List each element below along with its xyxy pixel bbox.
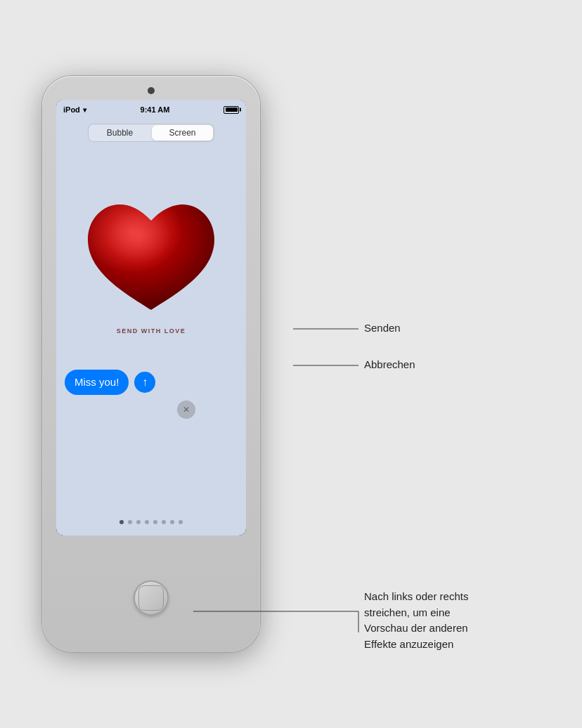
send-arrow-icon: ↑ [142,377,148,388]
send-button[interactable]: ↑ [134,372,155,393]
home-button-area [134,544,169,652]
annotation-abbrechen: Abbrechen [364,357,415,372]
wifi-icon: ▾ [83,106,86,114]
screen: iPod ▾ 9:41 AM Bubble [56,100,246,535]
dot-1 [119,520,124,524]
home-button[interactable] [134,580,169,616]
bubble-row: Miss you! ↑ [65,370,155,395]
tab-screen[interactable]: Screen [152,125,213,141]
dot-8 [179,520,183,524]
status-left: iPod ▾ [63,105,86,114]
annotation-senden: Senden [364,320,401,335]
dot-7 [170,520,174,524]
status-bar: iPod ▾ 9:41 AM [56,100,246,119]
annotation-swipe: Nach links oder rechtsstreichen, um eine… [364,589,468,652]
heart-area: SEND WITH LOVE [56,145,246,370]
device-label: iPod [63,105,80,114]
cancel-x-icon: ✕ [183,405,190,415]
dot-2 [128,520,132,524]
dot-3 [136,520,141,524]
page-dots [119,520,183,524]
dot-5 [153,520,157,524]
dot-4 [145,520,149,524]
scene: iPod ▾ 9:41 AM Bubble [0,0,582,728]
screen-content: SEND WITH LOVE Miss you! ↑ ✕ [56,145,246,535]
ipod-device: iPod ▾ 9:41 AM Bubble [42,76,260,652]
cancel-row: ✕ [177,401,195,419]
camera-dot [148,87,155,94]
segmented-control[interactable]: Bubble Screen [88,124,214,142]
message-bubble: Miss you! [65,370,129,395]
home-button-inner [138,585,164,611]
send-with-love-label: SEND WITH LOVE [117,327,186,334]
screen-bezel: iPod ▾ 9:41 AM Bubble [56,100,246,535]
dot-6 [162,520,166,524]
heart-animation [81,194,221,320]
message-area: Miss you! ↑ ✕ [56,370,246,419]
battery-icon [224,106,239,114]
status-time: 9:41 AM [141,105,170,114]
tab-bubble[interactable]: Bubble [89,125,150,141]
cancel-button[interactable]: ✕ [177,401,195,419]
battery-fill [226,108,238,112]
status-right [224,106,239,114]
